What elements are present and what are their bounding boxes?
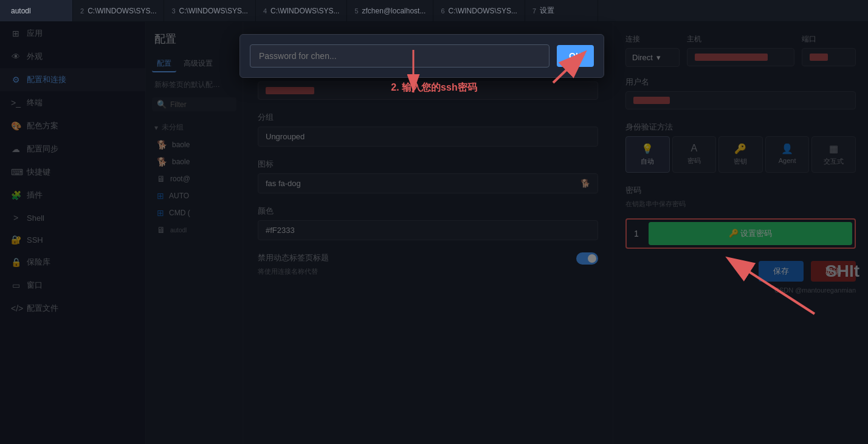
- tab-settings[interactable]: 7 设置: [525, 0, 598, 21]
- tab-autodl[interactable]: autodl: [0, 0, 73, 21]
- ok-button[interactable]: OK: [557, 45, 594, 67]
- dialog-overlay: OK 2. 输入您的ssh密码: [0, 22, 868, 444]
- tab-bar: autodl 2 C:\WINDOWS\SYS... 3 C:\WINDOWS\…: [0, 0, 868, 22]
- tab-2[interactable]: 2 C:\WINDOWS\SYS...: [73, 0, 164, 21]
- tab-3[interactable]: 3 C:\WINDOWS\SYS...: [164, 0, 255, 21]
- tab-5[interactable]: 5 zfchen@localhost...: [347, 0, 433, 21]
- tab-6[interactable]: 6 C:\WINDOWS\SYS...: [433, 0, 525, 21]
- tab-4[interactable]: 4 C:\WINDOWS\SYS...: [256, 0, 347, 21]
- instruction-text: 2. 输入您的ssh密码: [239, 82, 629, 94]
- password-dialog-input[interactable]: [250, 44, 549, 68]
- password-dialog: OK: [239, 34, 604, 78]
